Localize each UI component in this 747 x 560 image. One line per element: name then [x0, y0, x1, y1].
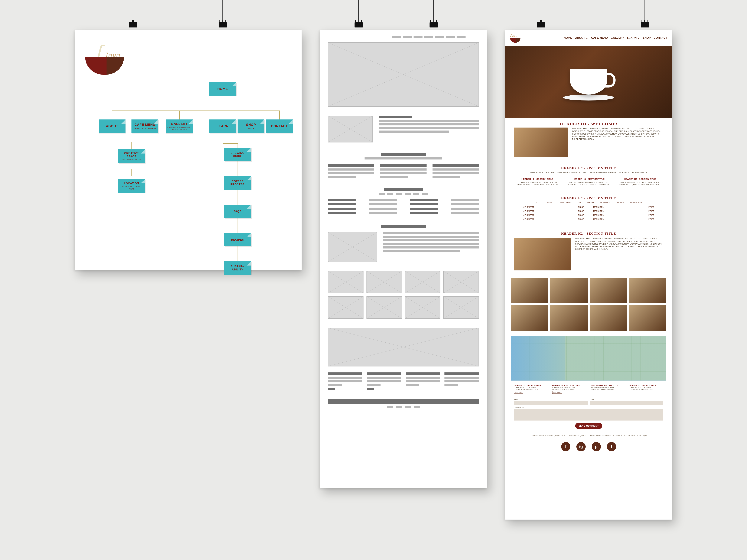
- sitemap-node-coffee-process: COFFEE PROCESS: [224, 176, 251, 190]
- section-heading: HEADER H2 - SECTION TITLE: [505, 232, 672, 236]
- visit-page-button[interactable]: VISIT PAGE: [552, 391, 562, 394]
- nav-link-gallery[interactable]: GALLERY: [611, 36, 624, 39]
- sitemap-node-learn: LEARN: [209, 119, 236, 133]
- feature-column: HEADER H3 - SECTION TITLELOREM IPSUM DOL…: [514, 178, 561, 186]
- gallery-photo[interactable]: [550, 305, 588, 331]
- menu-row: MENU ITEMPRICEMENU ITEMPRICE: [523, 213, 654, 217]
- binder-clip: [354, 0, 363, 30]
- menu-row: MENU ITEMPRICEMENU ITEMPRICE: [523, 209, 654, 213]
- email-field[interactable]: [590, 401, 663, 405]
- cafe-photo: [514, 128, 568, 157]
- section-heading: HEADER H2 - SECTION TITLE: [505, 166, 672, 170]
- sitemap-node-home: HOME: [209, 82, 236, 96]
- nav-link-shop[interactable]: SHOP: [643, 36, 651, 39]
- nav-link-cafe-menu[interactable]: CAFE MENU: [591, 36, 608, 39]
- sitemap-node-cafe-menu: CAFE MENUDRINKS · FOOD · PASTRIES: [131, 119, 158, 133]
- welcome-text: LOREM IPSUM DOLOR SIT AMET, CONSECTETUR …: [572, 128, 663, 140]
- menu-cat-bakery[interactable]: BAKERY: [587, 202, 594, 204]
- gallery-photo[interactable]: [629, 278, 667, 303]
- nav-link-contact[interactable]: CONTACT: [654, 36, 667, 39]
- wf-hero-placeholder: [328, 43, 479, 107]
- contact-form: NAME EMAIL COMMENTS SEND COMMENT: [505, 397, 672, 433]
- gallery-photo[interactable]: [550, 278, 588, 303]
- contact-info-column: HEADER H4 - SECTION TITLELOREM IPSUM DOL…: [552, 384, 587, 394]
- menu-cat-all[interactable]: ALL: [536, 202, 539, 204]
- presentation-mockup: ʆ Java BEEN HOME ABOUTCAFE MENUDRINKS · …: [0, 0, 747, 560]
- name-field[interactable]: [514, 401, 588, 405]
- contact-info-column: HEADER H4 - SECTION TITLELOREM IPSUM DOL…: [629, 384, 664, 394]
- binder-clip: [536, 0, 545, 30]
- wf-image-placeholder: [328, 232, 377, 262]
- sitemap-node-location: LOCATIONDIRECTIONS · HOURS · PHONE: [118, 179, 145, 193]
- welcome-heading: HEADER H1 - WELCOME!: [505, 122, 672, 126]
- facebook-icon[interactable]: f: [561, 442, 570, 451]
- binder-clip: [218, 0, 227, 30]
- gallery-photo[interactable]: [511, 278, 548, 303]
- top-nav: Java HOMEABOUT ⌄CAFE MENUGALLERYLEARN ⌄S…: [505, 30, 672, 46]
- sitemap-poster: ʆ Java BEEN HOME ABOUTCAFE MENUDRINKS · …: [75, 30, 302, 270]
- menu-row: MENU ITEMPRICEMENU ITEMPRICE: [523, 217, 654, 221]
- gallery-photo[interactable]: [511, 305, 548, 331]
- mini-logo: Java: [510, 33, 520, 43]
- sitemap-node-about: ABOUT: [99, 119, 126, 133]
- binder-clip: [128, 0, 137, 30]
- menu-row: MENU ITEMPRICEMENU ITEMPRICE: [523, 205, 654, 209]
- send-button[interactable]: SEND COMMENT: [575, 423, 602, 429]
- comments-field[interactable]: [514, 408, 663, 421]
- java-been-logo: ʆ Java BEEN: [84, 37, 128, 75]
- menu-cat-breakfast[interactable]: BREAKFAST: [600, 202, 611, 204]
- binder-clip: [640, 0, 649, 30]
- feature-column: HEADER H3 - SECTION TITLELOREM IPSUM DOL…: [565, 178, 612, 186]
- visit-page-button[interactable]: VISIT PAGE: [514, 391, 523, 394]
- gallery-photo[interactable]: [590, 305, 627, 331]
- sitemap-node-faqs: FAQS: [224, 205, 251, 218]
- menu-cat-salads[interactable]: SALADS: [617, 202, 624, 204]
- menu-cat-coffee[interactable]: COFFEE: [545, 202, 552, 204]
- contact-info-column: HEADER H4 - SECTION TITLELOREM IPSUM DOL…: [591, 384, 625, 394]
- twitter-icon[interactable]: t: [607, 442, 616, 451]
- logo-cup-shape: [85, 57, 124, 75]
- instagram-icon[interactable]: ig: [576, 442, 586, 451]
- hifi-mock-poster: Java HOMEABOUT ⌄CAFE MENUGALLERYLEARN ⌄S…: [505, 30, 672, 520]
- menu-cat-tea[interactable]: TEA: [577, 202, 581, 204]
- wf-map-placeholder: [328, 328, 479, 367]
- menu-cat-other-drinks[interactable]: OTHER DRINKS: [558, 202, 571, 204]
- sitemap-node-shop: SHOPMERCH: [237, 119, 264, 133]
- contact-info-column: HEADER H4 - SECTION TITLELOREM IPSUM DOL…: [514, 384, 548, 394]
- gallery-photo[interactable]: [629, 305, 667, 331]
- workspace-photo: [514, 238, 571, 270]
- menu-cat-sandwiches[interactable]: SANDWICHES: [630, 202, 642, 204]
- sitemap-node-recipes: RECIPES: [224, 233, 251, 246]
- sitemap-node-contact: CONTACT: [266, 119, 293, 133]
- sitemap-node-brewing-guide: BREWING GUIDE: [224, 148, 251, 161]
- nav-link-learn-[interactable]: LEARN ⌄: [627, 36, 640, 39]
- wf-image-placeholder: [328, 115, 373, 142]
- section-heading: HEADER H2 - SECTION TITLE: [505, 196, 672, 200]
- feature-column: HEADER H3 - SECTION TITLELOREM IPSUM DOL…: [617, 178, 663, 186]
- nav-link-home[interactable]: HOME: [564, 36, 572, 39]
- binder-clip: [429, 0, 438, 30]
- location-map[interactable]: [511, 336, 666, 381]
- sitemap-node-creative-space: CREATIVE SPACEART · WRITING · MUSIC: [118, 149, 145, 163]
- sitemap-node-sustain-ability: SUSTAIN-ABILITY: [224, 261, 251, 275]
- pinterest-icon[interactable]: p: [592, 442, 601, 451]
- nav-link-about-[interactable]: ABOUT ⌄: [575, 36, 588, 39]
- hero-coffee-image: [505, 46, 672, 118]
- footer-text: LOREM IPSUM DOLOR SIT AMET, CONSECTETUR …: [505, 433, 672, 438]
- wireframe-poster: [320, 30, 487, 488]
- sitemap-node-gallery: GALLERYCAFE · EVENTS · ROASTERY · PHOTOS…: [166, 119, 193, 133]
- gallery-photo[interactable]: [590, 278, 627, 303]
